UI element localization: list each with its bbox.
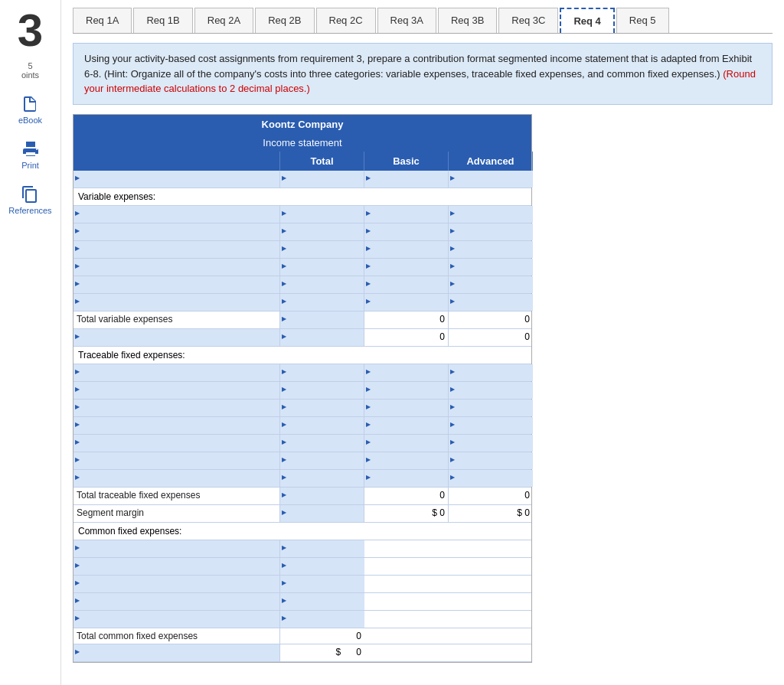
var-adv-2[interactable]	[449, 223, 533, 240]
var-adv-6[interactable]	[449, 294, 533, 311]
trace-basic-7[interactable]	[364, 470, 449, 487]
trace-basic-3[interactable]	[364, 400, 449, 416]
trace-total-5[interactable]	[280, 435, 364, 452]
trace-label-2[interactable]	[74, 382, 280, 399]
trace-adv-1[interactable]	[449, 364, 533, 381]
trace-label-3[interactable]	[74, 400, 280, 416]
trace-basic-6[interactable]	[364, 452, 449, 469]
total-variable-total-input[interactable]	[280, 312, 364, 328]
total-traceable-total-input[interactable]	[280, 488, 364, 504]
trace-adv-5[interactable]	[449, 435, 533, 452]
var-label-2[interactable]	[74, 223, 280, 240]
trace-total-4[interactable]	[280, 417, 364, 434]
trace-label-4[interactable]	[74, 417, 280, 434]
trace-total-3[interactable]	[280, 400, 364, 416]
total-traceable-row: Total traceable fixed expenses 0 0	[74, 488, 531, 505]
common-total-5[interactable]	[280, 611, 364, 628]
var-label-6[interactable]	[74, 294, 280, 311]
var-basic-6[interactable]	[364, 294, 449, 311]
var-basic-4[interactable]	[364, 259, 449, 276]
tab-req4[interactable]: Req 4	[560, 8, 614, 33]
var-total-1[interactable]	[280, 206, 364, 223]
sidebar-item-print[interactable]: Print	[21, 140, 40, 170]
var-label-5[interactable]	[74, 276, 280, 293]
trace-adv-4[interactable]	[449, 417, 533, 434]
sidebar-item-ebook[interactable]: eBook	[18, 95, 42, 125]
var-label-1[interactable]	[74, 206, 280, 223]
dollar-sign: $	[336, 647, 341, 657]
common-total-1[interactable]	[280, 540, 364, 557]
tab-req3a[interactable]: Req 3A	[377, 8, 436, 33]
var-total-3[interactable]	[280, 241, 364, 258]
var-total-2[interactable]	[280, 223, 364, 240]
input-advanced-1[interactable]	[449, 171, 533, 188]
sidebar: 3 5 oints eBook Print References	[0, 0, 61, 685]
common-label-4[interactable]	[74, 593, 280, 610]
tab-req2b[interactable]: Req 2B	[255, 8, 314, 33]
contribution-total[interactable]	[280, 329, 364, 346]
trace-adv-2[interactable]	[449, 382, 533, 399]
common-total-2[interactable]	[280, 558, 364, 575]
var-total-4[interactable]	[280, 259, 364, 276]
trace-label-7[interactable]	[74, 470, 280, 487]
net-income-label[interactable]	[74, 644, 280, 661]
tab-req2c[interactable]: Req 2C	[316, 8, 376, 33]
var-adv-5[interactable]	[449, 276, 533, 293]
trace-total-1[interactable]	[280, 364, 364, 381]
trace-total-7[interactable]	[280, 470, 364, 487]
var-basic-2[interactable]	[364, 223, 449, 240]
ebook-label: eBook	[18, 116, 42, 125]
input-basic-1[interactable]	[364, 171, 449, 188]
tab-req3b[interactable]: Req 3B	[438, 8, 497, 33]
print-label: Print	[21, 161, 39, 170]
var-total-6[interactable]	[280, 294, 364, 311]
trace-basic-4[interactable]	[364, 417, 449, 434]
sidebar-item-references[interactable]: References	[8, 185, 51, 215]
trace-label-1[interactable]	[74, 364, 280, 381]
var-total-5[interactable]	[280, 276, 364, 293]
tab-req1a[interactable]: Req 1A	[73, 8, 132, 33]
var-adv-3[interactable]	[449, 241, 533, 258]
tab-req5[interactable]: Req 5	[616, 8, 669, 33]
trace-label-5[interactable]	[74, 435, 280, 452]
trace-label-6[interactable]	[74, 452, 280, 469]
segment-margin-label: Segment margin	[74, 505, 280, 522]
trace-adv-3[interactable]	[449, 400, 533, 416]
main-content: Req 1A Req 1B Req 2A Req 2B Req 2C Req 3…	[61, 0, 784, 685]
var-basic-1[interactable]	[364, 206, 449, 223]
trace-basic-1[interactable]	[364, 364, 449, 381]
var-adv-1[interactable]	[449, 206, 533, 223]
common-label-5[interactable]	[74, 611, 280, 628]
table-row	[74, 364, 531, 382]
input-total-1[interactable]	[280, 171, 364, 188]
total-traceable-label: Total traceable fixed expenses	[74, 488, 280, 504]
net-income-row: $ 0	[74, 644, 531, 662]
common-total-3[interactable]	[280, 576, 364, 592]
var-basic-5[interactable]	[364, 276, 449, 293]
trace-basic-5[interactable]	[364, 435, 449, 452]
trace-total-2[interactable]	[280, 382, 364, 399]
contribution-label[interactable]	[74, 329, 280, 346]
book-icon	[21, 95, 39, 113]
traceable-fixed-label: Traceable fixed expenses:	[74, 347, 531, 364]
segment-margin-total-input[interactable]	[280, 505, 364, 522]
common-label-3[interactable]	[74, 576, 280, 592]
input-label-1[interactable]	[74, 171, 280, 188]
trace-total-6[interactable]	[280, 452, 364, 469]
var-label-3[interactable]	[74, 241, 280, 258]
tab-req3c[interactable]: Req 3C	[498, 8, 558, 33]
net-value: 0	[356, 647, 361, 657]
var-basic-3[interactable]	[364, 241, 449, 258]
common-label-1[interactable]	[74, 540, 280, 557]
table-company-header: Koontz Company	[74, 115, 531, 134]
common-label-2[interactable]	[74, 558, 280, 575]
var-adv-4[interactable]	[449, 259, 533, 276]
common-total-4[interactable]	[280, 593, 364, 610]
trace-adv-6[interactable]	[449, 452, 533, 469]
trace-basic-2[interactable]	[364, 382, 449, 399]
tab-req2a[interactable]: Req 2A	[194, 8, 253, 33]
tab-req1b[interactable]: Req 1B	[133, 8, 192, 33]
trace-adv-7[interactable]	[449, 470, 533, 487]
col-header-advanced: Advanced	[449, 152, 533, 171]
var-label-4[interactable]	[74, 259, 280, 276]
